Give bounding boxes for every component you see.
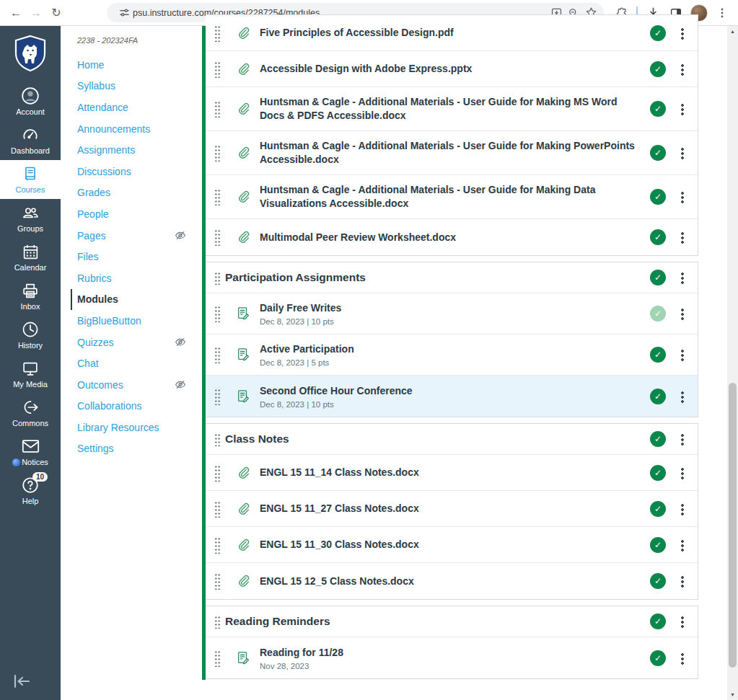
published-check-icon[interactable]: ✓ bbox=[650, 573, 666, 589]
drag-handle-icon[interactable] bbox=[214, 572, 221, 590]
kebab-menu-icon[interactable] bbox=[676, 575, 689, 588]
kebab-menu-icon[interactable] bbox=[676, 433, 689, 446]
course-nav-modules[interactable]: Modules bbox=[71, 289, 193, 311]
course-nav-bigbluebutton[interactable]: BigBlueButton bbox=[71, 310, 193, 332]
published-check-icon[interactable]: ✓ bbox=[650, 306, 666, 322]
course-nav-rubrics[interactable]: Rubrics bbox=[71, 267, 193, 289]
global-nav-commons[interactable]: Commons bbox=[0, 394, 61, 433]
published-check-icon[interactable]: ✓ bbox=[650, 650, 666, 666]
module-item-title[interactable]: ENGL 15 11_27 Class Notes.docx bbox=[260, 502, 419, 515]
kebab-menu-icon[interactable] bbox=[676, 307, 689, 320]
published-check-icon[interactable]: ✓ bbox=[650, 465, 666, 481]
back-icon[interactable]: ← bbox=[6, 3, 26, 23]
module-item-title[interactable]: Multimodal Peer Review Worksheet.docx bbox=[260, 231, 456, 244]
global-nav-dashboard[interactable]: Dashboard bbox=[0, 121, 61, 160]
course-nav-library-resources[interactable]: Library Resources bbox=[71, 417, 193, 438]
drag-handle-icon[interactable] bbox=[214, 500, 221, 518]
published-check-icon[interactable]: ✓ bbox=[650, 189, 666, 205]
published-check-icon[interactable]: ✓ bbox=[650, 25, 666, 41]
global-nav-my-media[interactable]: My Media bbox=[0, 355, 61, 394]
global-nav-groups[interactable]: Groups bbox=[0, 199, 61, 238]
drag-handle-icon[interactable] bbox=[214, 100, 221, 118]
drag-handle-icon[interactable] bbox=[214, 346, 221, 363]
module-item-title[interactable]: ENGL 15 12_5 Class Notes.docx bbox=[260, 575, 414, 588]
course-nav-grades[interactable]: Grades bbox=[71, 182, 193, 204]
scrollbar-thumb[interactable] bbox=[729, 383, 737, 668]
global-nav-help[interactable]: 10Help bbox=[0, 471, 61, 510]
course-nav-collaborations[interactable]: Collaborations bbox=[71, 396, 193, 417]
forward-icon[interactable]: → bbox=[26, 3, 46, 23]
drag-handle-icon[interactable] bbox=[214, 188, 221, 205]
module-item-title[interactable]: Daily Free Writes bbox=[260, 301, 341, 315]
course-nav-discussions[interactable]: Discussions bbox=[71, 161, 193, 182]
global-nav-history[interactable]: History bbox=[0, 316, 61, 355]
published-check-icon[interactable]: ✓ bbox=[650, 431, 666, 447]
drag-handle-icon[interactable] bbox=[214, 536, 221, 554]
kebab-menu-icon[interactable] bbox=[676, 348, 689, 361]
kebab-menu-icon[interactable] bbox=[676, 390, 689, 403]
published-check-icon[interactable]: ✓ bbox=[650, 145, 666, 161]
kebab-menu-icon[interactable] bbox=[676, 539, 689, 551]
course-nav-pages[interactable]: Pages bbox=[71, 225, 193, 247]
course-nav-chat[interactable]: Chat bbox=[71, 353, 193, 374]
module-item-title[interactable]: Reading for 11/28 bbox=[260, 646, 343, 660]
drag-handle-icon[interactable] bbox=[214, 388, 221, 405]
course-nav-syllabus[interactable]: Syllabus bbox=[71, 76, 193, 97]
kebab-menu-icon[interactable] bbox=[676, 27, 689, 40]
kebab-menu-icon[interactable] bbox=[676, 102, 689, 115]
page-scrollbar[interactable]: ▲ ▼ bbox=[727, 26, 738, 700]
module-item-title[interactable]: Active Participation bbox=[260, 342, 354, 356]
published-check-icon[interactable]: ✓ bbox=[650, 101, 666, 117]
published-check-icon[interactable]: ✓ bbox=[650, 501, 666, 517]
drag-handle-icon[interactable] bbox=[214, 61, 221, 78]
course-nav-announcements[interactable]: Announcements bbox=[71, 118, 193, 140]
kebab-menu-icon[interactable] bbox=[676, 466, 689, 479]
site-settings-icon[interactable] bbox=[115, 4, 133, 22]
course-nav-files[interactable]: Files bbox=[71, 246, 193, 267]
psu-logo[interactable] bbox=[14, 35, 47, 75]
drag-handle-icon[interactable] bbox=[214, 615, 221, 629]
module-item-title[interactable]: Huntsman & Cagle - Additional Materials … bbox=[260, 95, 635, 123]
kebab-menu-icon[interactable] bbox=[676, 190, 689, 203]
scroll-down-icon[interactable]: ▼ bbox=[727, 689, 738, 700]
published-check-icon[interactable]: ✓ bbox=[650, 537, 666, 553]
kebab-menu-icon[interactable] bbox=[676, 615, 689, 628]
kebab-menu-icon[interactable] bbox=[676, 502, 689, 515]
module-item-title[interactable]: ENGL 15 11_14 Class Notes.docx bbox=[260, 466, 419, 479]
module-item-title[interactable]: Huntsman & Cagle - Additional Materials … bbox=[260, 183, 635, 211]
drag-handle-icon[interactable] bbox=[214, 229, 221, 246]
global-nav-inbox[interactable]: Inbox bbox=[0, 277, 61, 316]
published-check-icon[interactable]: ✓ bbox=[650, 389, 666, 404]
module-item-title[interactable]: Second Office Hour Conference bbox=[260, 384, 413, 398]
global-nav-calendar[interactable]: Calendar bbox=[0, 238, 61, 277]
drag-handle-icon[interactable] bbox=[214, 305, 221, 322]
kebab-menu-icon[interactable] bbox=[676, 63, 689, 76]
drag-handle-icon[interactable] bbox=[214, 464, 221, 482]
course-nav-assignments[interactable]: Assignments bbox=[71, 139, 193, 161]
module-item-title[interactable]: Five Principles of Accessible Design.pdf bbox=[260, 26, 454, 40]
drag-handle-icon[interactable] bbox=[214, 25, 221, 42]
drag-handle-icon[interactable] bbox=[214, 433, 221, 446]
kebab-menu-icon[interactable] bbox=[676, 146, 689, 159]
global-nav-courses[interactable]: Courses bbox=[0, 160, 61, 199]
module-item-title[interactable]: Huntsman & Cagle - Additional Materials … bbox=[260, 139, 635, 167]
course-nav-outcomes[interactable]: Outcomes bbox=[71, 374, 193, 396]
global-nav-account[interactable]: Account bbox=[0, 82, 61, 121]
published-check-icon[interactable]: ✓ bbox=[650, 229, 666, 245]
drag-handle-icon[interactable] bbox=[214, 650, 221, 667]
published-check-icon[interactable]: ✓ bbox=[650, 613, 666, 629]
scroll-up-icon[interactable]: ▲ bbox=[727, 26, 738, 37]
kebab-menu-icon[interactable] bbox=[676, 271, 689, 284]
course-nav-settings[interactable]: Settings bbox=[71, 438, 193, 460]
module-item-title[interactable]: Accessible Design with Adobe Express.ppt… bbox=[260, 62, 472, 76]
course-nav-attendance[interactable]: Attendance bbox=[71, 97, 193, 118]
course-nav-quizzes[interactable]: Quizzes bbox=[71, 332, 193, 353]
course-nav-people[interactable]: People bbox=[71, 203, 193, 225]
browser-menu-icon[interactable] bbox=[712, 3, 732, 23]
collapse-sidebar-icon[interactable] bbox=[12, 673, 32, 693]
published-check-icon[interactable]: ✓ bbox=[650, 270, 666, 285]
published-check-icon[interactable]: ✓ bbox=[650, 347, 666, 363]
drag-handle-icon[interactable] bbox=[214, 144, 221, 161]
course-nav-home[interactable]: Home bbox=[71, 54, 193, 76]
kebab-menu-icon[interactable] bbox=[676, 652, 689, 665]
